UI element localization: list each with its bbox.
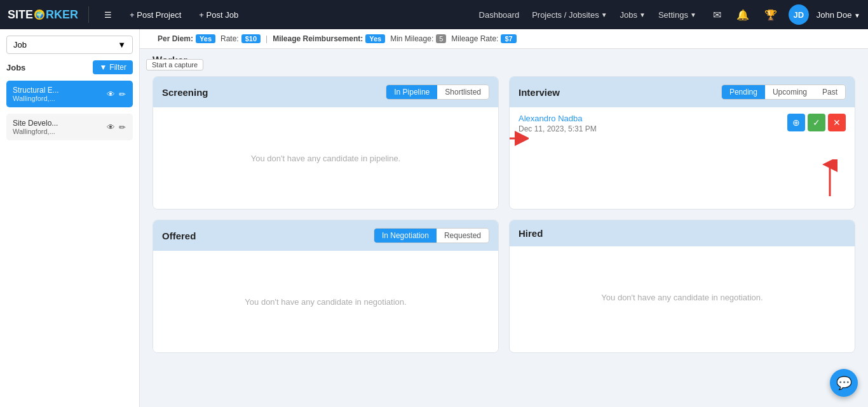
screening-empty-text: You don't have any candidate in pipeline… [251,154,400,163]
offered-tabs: In Negotiation Requested [374,228,489,243]
interview-title: Interview [519,87,560,98]
hired-title: Hired [519,228,543,239]
screening-card-body: You don't have any candidate in pipeline… [153,107,498,209]
logo: SITE🌍RKER [8,8,78,22]
arrow-indicator-2 [820,159,839,199]
interview-tab-pending[interactable]: Pending [722,85,765,99]
main-layout: Job ▼ Jobs ▼ Filter Structural E... Wall… [0,29,868,407]
chat-fab-button[interactable]: 💬 [830,369,858,397]
candidate-row: Alexandro Nadba Dec 11, 2023, 5:31 PM ⊕ … [519,114,846,133]
interview-card-body: Alexandro Nadba Dec 11, 2023, 5:31 PM ⊕ … [510,107,855,140]
offered-title: Offered [162,230,196,241]
post-job-button[interactable]: + Post Job [194,8,243,22]
mileage-rate-info: Mileage Rate: $7 [451,34,516,43]
sidebar-item-text: Site Develo... Wallingford,... [13,119,58,135]
close-icon: ✕ [833,117,841,128]
sidebar-jobs-label: Jobs [6,63,25,72]
hired-card-body: You don't have any candidate in negotiat… [510,246,855,348]
chevron-down-icon: ▼ [639,11,646,18]
chevron-down-icon: ▼ [690,11,696,18]
nav-settings[interactable]: Settings ▼ [653,8,702,22]
menu-button[interactable]: ☰ [99,8,117,22]
offered-tab-negotiation[interactable]: In Negotiation [374,229,437,243]
per-diem-badge: Yes [196,34,215,43]
sidebar-section: Jobs ▼ Filter [6,60,133,74]
screening-card-header: Screening In Pipeline Shortlisted [153,77,498,107]
interview-tab-past[interactable]: Past [815,85,845,99]
checkmark-icon: ✓ [813,117,820,128]
mileage-rate-badge: $7 [501,34,516,43]
candidate-name-link[interactable]: Alexandro Nadba [519,114,582,123]
screening-card: Screening In Pipeline Shortlisted You do… [153,76,499,210]
tooltip-box: Start a capture [146,59,203,70]
nav-dashboard[interactable]: Dashboard [474,8,525,22]
nav-divider [88,6,89,23]
reject-action-button[interactable]: ✕ [828,114,846,131]
worker-title: Worker [153,55,855,67]
info-bar: Start a capture Per Diem: Yes Rate: $10 … [140,29,868,49]
sidebar: Job ▼ Jobs ▼ Filter Structural E... Wall… [0,29,140,407]
hired-card-header: Hired [510,220,855,246]
filter-button[interactable]: ▼ Filter [93,60,133,74]
user-name[interactable]: John Doe ▼ [817,10,860,20]
sidebar-item-site[interactable]: Site Develo... Wallingford,... 👁 ✏ [6,114,133,140]
offered-tab-requested[interactable]: Requested [437,229,489,243]
filter-icon: ▼ [99,63,107,72]
dropdown-value: Job [13,40,27,50]
screening-tab-in-pipeline[interactable]: In Pipeline [386,85,437,99]
nav-links: Dashboard Projects / Jobsites ▼ Jobs ▼ S… [474,8,702,22]
view-icon-button[interactable]: 👁 [106,89,116,100]
sidebar-item-actions-2: 👁 ✏ [106,122,126,133]
offered-card-body: You don't have any candidate in negotiat… [153,251,498,352]
trophy-icon-button[interactable]: 🏆 [761,6,781,23]
sidebar-item-structural[interactable]: Structural E... Wallingford,... 👁 ✏ [6,81,133,107]
avatar-button[interactable]: JD [789,4,809,25]
info-icon: ⊕ [792,117,800,128]
nav-jobs[interactable]: Jobs ▼ [615,8,651,22]
edit-icon-button-2[interactable]: ✏ [118,122,126,133]
chat-icon: 💬 [836,375,852,390]
worker-section: Worker [140,49,868,70]
offered-empty-text: You don't have any candidate in negotiat… [245,297,406,307]
sidebar-dropdown[interactable]: Job ▼ [6,36,133,54]
candidate-date: Dec 11, 2023, 5:31 PM [519,124,597,133]
rate-badge: $10 [241,34,261,43]
logo-text: SITE [8,8,33,22]
hired-empty-text: You don't have any candidate in negotiat… [601,293,763,302]
user-chevron-icon: ▼ [854,12,860,19]
mileage-badge: Yes [365,34,385,43]
post-project-button[interactable]: + Post Project [125,8,186,22]
interview-card: Interview Pending Upcoming Past Alexandr… [509,76,855,210]
chevron-down-icon: ▼ [601,11,607,18]
candidate-info: Alexandro Nadba Dec 11, 2023, 5:31 PM [519,114,597,133]
screening-tab-shortlisted[interactable]: Shortlisted [437,85,489,99]
logo-worker: RKER [46,8,78,22]
interview-action-buttons: ⊕ ✓ ✕ [787,114,846,131]
screening-tabs: In Pipeline Shortlisted [386,84,489,100]
bell-icon-button[interactable]: 🔔 [733,6,753,23]
main-content: Start a capture Per Diem: Yes Rate: $10 … [140,29,868,407]
mail-icon-button[interactable]: ✉ [709,6,725,23]
nav-projects[interactable]: Projects / Jobsites ▼ [527,8,612,22]
offered-card-header: Offered In Negotiation Requested [153,220,498,251]
logo-icon: 🌍 [34,10,44,20]
top-navigation: SITE🌍RKER ☰ + Post Project + Post Job Da… [0,0,868,29]
interview-card-header: Interview Pending Upcoming Past [510,77,855,107]
min-mileage-badge: 5 [436,34,446,43]
offered-card: Offered In Negotiation Requested You don… [153,220,499,353]
cards-grid: Screening In Pipeline Shortlisted You do… [140,70,868,366]
info-action-button[interactable]: ⊕ [787,114,805,131]
hired-card: Hired You don't have any candidate in ne… [509,220,855,353]
rate-info: Rate: $10 [220,34,261,43]
sidebar-item-text: Structural E... Wallingford,... [13,86,59,102]
sidebar-item-actions: 👁 ✏ [106,89,126,100]
screening-title: Screening [162,87,208,98]
interview-tabs: Pending Upcoming Past [721,84,846,100]
interview-tab-upcoming[interactable]: Upcoming [765,85,815,99]
per-diem-info: Per Diem: Yes [158,34,215,43]
approve-action-button[interactable]: ✓ [808,114,825,131]
edit-icon-button[interactable]: ✏ [118,89,126,100]
hamburger-icon: ☰ [104,10,112,20]
view-icon-button-2[interactable]: 👁 [106,122,116,133]
mileage-info: Mileage Reimbursement: Yes [273,34,385,43]
